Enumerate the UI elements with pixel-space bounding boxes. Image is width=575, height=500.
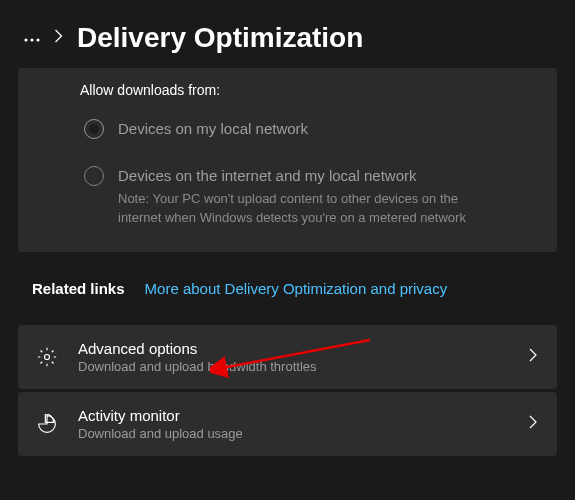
list-item-subtitle: Download and upload usage (78, 426, 529, 441)
related-links-row: Related links More about Delivery Optimi… (18, 256, 557, 325)
activity-monitor-item[interactable]: Activity monitor Download and upload usa… (18, 392, 557, 456)
chevron-right-icon (529, 348, 537, 366)
allow-downloads-card: Allow downloads from: Devices on my loca… (18, 68, 557, 252)
page-title: Delivery Optimization (77, 22, 363, 54)
radio-label: Devices on the internet and my local net… (118, 165, 497, 186)
related-link-privacy[interactable]: More about Delivery Optimization and pri… (145, 280, 448, 297)
allow-downloads-heading: Allow downloads from: (18, 82, 557, 98)
svg-point-1 (30, 38, 33, 41)
chevron-right-icon (529, 415, 537, 433)
more-icon[interactable] (24, 29, 40, 47)
svg-point-3 (45, 354, 50, 359)
gear-icon (36, 346, 58, 368)
radio-icon[interactable] (84, 166, 104, 186)
chart-icon (36, 413, 58, 435)
radio-label: Devices on my local network (118, 118, 497, 139)
related-links-label: Related links (32, 280, 125, 297)
svg-point-0 (24, 38, 27, 41)
radio-note: Note: Your PC won't upload content to ot… (118, 190, 497, 228)
svg-point-2 (36, 38, 39, 41)
list-item-subtitle: Download and upload bandwidth throttles (78, 359, 529, 374)
radio-option-local-network[interactable]: Devices on my local network (18, 118, 557, 139)
radio-icon[interactable] (84, 119, 104, 139)
chevron-right-icon (54, 29, 63, 47)
radio-option-internet-and-local[interactable]: Devices on the internet and my local net… (18, 165, 557, 228)
list-item-title: Advanced options (78, 340, 529, 357)
advanced-options-item[interactable]: Advanced options Download and upload ban… (18, 325, 557, 389)
breadcrumb-header: Delivery Optimization (0, 0, 575, 68)
list-item-title: Activity monitor (78, 407, 529, 424)
